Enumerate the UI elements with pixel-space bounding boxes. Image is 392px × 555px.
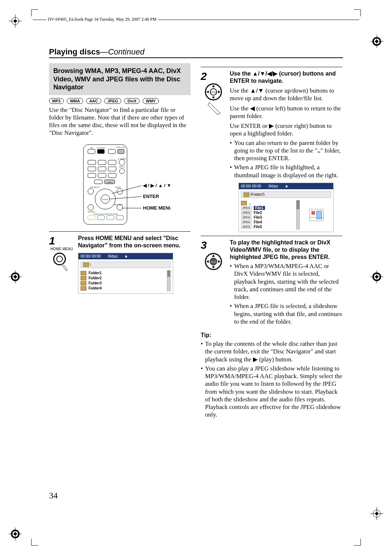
step-2-p1: Use the ▲/▼ (cursor up/down) buttons to … [230, 87, 342, 102]
label-dimmer: DIMMER [107, 182, 113, 183]
step-1-icon: HOME MENU [49, 247, 74, 273]
step-1-icon-label: HOME MENU [49, 247, 74, 251]
folder-icon [81, 271, 86, 275]
jpeg-tag: JPEG [241, 206, 252, 210]
svg-point-60 [57, 256, 62, 262]
panel1-rate: 0kbps [108, 254, 118, 258]
registration-mark [9, 15, 22, 28]
step-3-bullet-2: When a JPEG file is selected, a slidesho… [230, 302, 342, 325]
section-title: Playing discs—Continued [49, 47, 343, 57]
panel2-item-sel: File1 [254, 206, 265, 210]
remote-illustration: ON STANDBY OPEN/ CLOSE PLAY MODE DISPLAY [49, 143, 191, 228]
panel2-rate: 0kbps [269, 184, 278, 188]
jpeg-tag: JPEG [241, 215, 252, 219]
svg-rect-70 [317, 211, 322, 219]
svg-point-3 [14, 20, 17, 23]
step-2-bullet-1: You can also return to the parent folder… [230, 139, 342, 162]
step-1-number: 1 [49, 235, 64, 247]
svg-marker-67 [218, 90, 220, 93]
page-number: 34 [49, 491, 58, 501]
label-return: RETURN [88, 211, 95, 213]
folder-icon [81, 276, 86, 280]
panel2-item: File4 [254, 220, 262, 224]
svg-rect-32 [118, 149, 124, 154]
section-main: Playing discs [49, 47, 100, 56]
svg-marker-77 [207, 260, 209, 263]
remote-label-home: HOME MENU [143, 205, 171, 211]
step-3-number: 3 [201, 239, 215, 251]
step-1-heading: Press HOME MENU and select "Disc Navigat… [78, 235, 191, 249]
svg-point-59 [54, 253, 65, 265]
svg-rect-30 [97, 149, 105, 154]
panel2-item: File5 [254, 225, 262, 229]
badge-divx: DivX [124, 98, 139, 104]
crop-mark [31, 539, 38, 546]
subsection-heading: Browsing WMA, MP3, MPEG-4 AAC, DivX Vide… [49, 63, 191, 95]
svg-point-27 [375, 512, 378, 515]
label-menu: MENU [115, 186, 121, 188]
folder-icon [83, 263, 89, 267]
folder-icon [241, 201, 247, 205]
registration-mark [370, 270, 383, 283]
step-2-heading: Use the ▲/▼/◀/▶ (cursor) buttons and ENT… [230, 70, 342, 85]
scrollbar [167, 270, 171, 291]
panel2-state: ■ [285, 184, 287, 188]
panel1-item: Folder2 [89, 276, 102, 280]
badge-jpeg: JPEG [104, 98, 121, 104]
panel1-time: 00:00/ 00:00 [81, 254, 101, 258]
label-display: DISPLAY [119, 166, 125, 168]
panel2-time: 00:00/ 00:00 [241, 184, 261, 188]
label-playmode: PLAY MODE [118, 158, 126, 160]
label-topmenu: TOP MENU [90, 186, 99, 188]
tip-bullet-2: You can also play a JPEG slideshow while… [201, 365, 342, 419]
thumbnail-preview [302, 200, 331, 230]
label-open: OPEN/ CLOSE [116, 146, 126, 148]
step-2-p3: Use ENTER or ▶ (cursor right) button to … [230, 122, 342, 138]
intro-paragraph: Use the "Disc Navigator" to find a parti… [49, 106, 191, 137]
nav-panel-1: 00:00/ 00:00 0kbps ■ \ Folder1 Folder2 F… [78, 253, 173, 294]
format-badges: MP3 WMA AAC JPEG DivX WMV [49, 97, 191, 104]
label-on: ON [90, 147, 93, 149]
folder-icon [244, 193, 249, 197]
step-3-bullet-1: When a MP3/WMA/MPEG-4 AAC or DivX Video/… [230, 262, 342, 301]
panel1-item: Folder4 [89, 286, 102, 290]
crop-mark [31, 9, 38, 16]
panel1-crumb: \ [90, 263, 91, 267]
svg-text:ENTER: ENTER [210, 91, 217, 93]
panel1-state: ■ [125, 254, 127, 258]
svg-rect-69 [311, 211, 315, 215]
scrollbar [296, 200, 300, 230]
jpeg-tag: JPEG [241, 220, 252, 224]
svg-marker-75 [212, 255, 215, 257]
panel2-item: File3 [254, 215, 262, 219]
badge-aac: AAC [86, 98, 101, 104]
step-2-p2: Use the ◀ (cursor left) button to return… [230, 105, 342, 120]
panel1-item: Folder3 [89, 281, 102, 285]
svg-text:ENTER: ENTER [211, 261, 217, 263]
remote-label-enter: ENTER [143, 194, 159, 199]
panel1-item: Folder1 [89, 271, 102, 275]
step-2-bullet-2: When a JPEG file is highlighted, a thumb… [230, 163, 342, 179]
section-rule [49, 57, 343, 58]
panel2-dots: .. [249, 201, 251, 205]
crop-mark [354, 539, 361, 546]
header-text: DV-SP405_En.book Page 34 Tuesday, May 29… [46, 17, 158, 22]
badge-wma: WMA [67, 98, 83, 104]
registration-mark [370, 507, 383, 520]
folder-icon [81, 281, 86, 285]
svg-marker-78 [218, 260, 220, 263]
step-2-number: 2 [201, 70, 215, 82]
jpeg-tag: JPEG [241, 211, 252, 215]
panel2-crumb: \Folder2\ [250, 193, 265, 197]
tip-bullet-1: To play the contents of the whole disc r… [201, 340, 342, 363]
registration-mark [9, 270, 22, 283]
registration-mark [9, 527, 22, 540]
label-enter-ring: ENTER [102, 199, 109, 200]
section-cont: —Continued [100, 47, 144, 56]
badge-wmv: WMV [143, 98, 159, 104]
step-3-heading: To play the highlighted track or DivX Vi… [230, 239, 342, 261]
nav-panel-2: 00:00/ 00:00 0kbps ■ \Folder2\ .. JPEGFi… [238, 183, 334, 232]
folder-icon [81, 286, 86, 291]
crop-mark [354, 9, 361, 16]
svg-marker-65 [212, 97, 215, 99]
